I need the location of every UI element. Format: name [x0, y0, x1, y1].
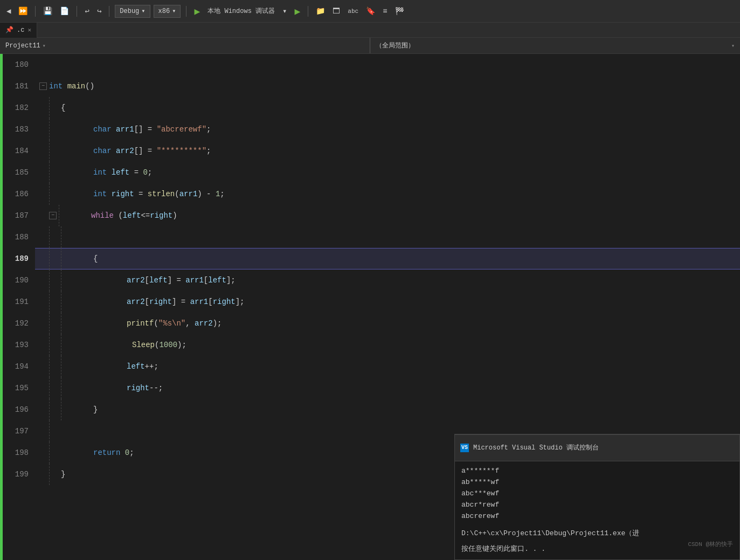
line-num-199: 199	[7, 464, 29, 485]
collapse-187[interactable]: −	[49, 212, 57, 219]
arch-dropdown[interactable]: x86 ▾	[154, 5, 181, 18]
divider-5	[308, 6, 308, 17]
pin-icon: 📌	[5, 26, 13, 34]
code-line-188	[35, 226, 740, 248]
tab-bar: 📌 .c ✕	[0, 23, 740, 38]
line-num-194: 194	[7, 356, 29, 377]
flag-icon[interactable]: 🏁	[393, 5, 406, 17]
collapse-181[interactable]: −	[39, 82, 47, 90]
editor-container: 180 181 182 183 184 185 186 187 188 189 …	[0, 54, 740, 560]
divider-1	[35, 6, 36, 17]
nav-bar: Project11 ▾ （全局范围） ▾	[0, 38, 740, 54]
code-line-180	[35, 54, 740, 75]
file-tab[interactable]: 📌 .c ✕	[0, 23, 37, 38]
code-line-183: char arr1[] = "abcrerewf";	[35, 119, 740, 140]
back-icon[interactable]: ◀	[4, 5, 13, 17]
debug-console-title: VS Microsoft Visual Studio 调试控制台	[455, 435, 739, 461]
debug-output-line-4: abcr*rewf	[461, 500, 733, 511]
save-all-icon[interactable]: 📄	[58, 5, 71, 17]
line-num-185: 185	[7, 162, 29, 183]
tab-close-icon[interactable]: ✕	[27, 26, 31, 33]
line-num-189: 189	[7, 248, 29, 269]
bookmark-icon[interactable]: 🔖	[364, 5, 377, 17]
line-num-184: 184	[7, 140, 29, 162]
line-num-197: 197	[7, 420, 29, 442]
chevron-down-icon: ▾	[172, 7, 176, 15]
line-num-186: 186	[7, 183, 29, 205]
line-numbers: 180 181 182 183 184 185 186 187 188 189 …	[3, 54, 35, 560]
vs-icon: VS	[460, 444, 469, 452]
debug-console-label: Microsoft Visual Studio 调试控制台	[473, 437, 599, 459]
code-line-192: printf("%s\n", arr2);	[35, 313, 740, 334]
line-num-188: 188	[7, 226, 29, 248]
code-line-191: arr2[right] = arr1[right];	[35, 291, 740, 313]
toolbar: ◀ ⏩ 💾 📄 ↩ ↪ Debug ▾ x86 ▾ ▶ 本地 Windows 调…	[0, 0, 740, 23]
code-line-187: − while (left<=right)	[35, 205, 740, 226]
nav-dropdown-icon: ▾	[43, 43, 46, 49]
line-num-193: 193	[7, 334, 29, 356]
code-line-193: Sleep(1000);	[35, 334, 740, 356]
line-num-190: 190	[7, 269, 29, 291]
folder-icon[interactable]: 📁	[314, 5, 327, 17]
line-num-187: 187	[7, 205, 29, 226]
chevron-down-icon: ▾	[141, 7, 145, 15]
code-line-189: {	[35, 248, 740, 269]
spell-icon: abc	[345, 7, 361, 16]
line-num-182: 182	[7, 97, 29, 119]
line-num-191: 191	[7, 291, 29, 313]
debug-output-line-5: abcrerewf	[461, 511, 733, 522]
line-num-180: 180	[7, 54, 29, 75]
play-button[interactable]: ▶	[192, 4, 202, 18]
line-num-192: 192	[7, 313, 29, 334]
undo-icon[interactable]: ↩	[82, 5, 91, 17]
scope-dropdown-icon: ▾	[731, 43, 735, 49]
nav-project[interactable]: Project11 ▾	[0, 38, 370, 53]
divider-2	[77, 6, 77, 17]
code-area[interactable]: − int main() { char arr1[] = "abcrerewf"…	[35, 54, 740, 560]
forward-icon[interactable]: ⏩	[16, 5, 30, 17]
code-line-194: left++;	[35, 356, 740, 377]
code-line-185: int left = 0;	[35, 162, 740, 183]
run-dropdown-icon[interactable]: ▾	[280, 5, 289, 17]
window-icon[interactable]: 🗖	[330, 6, 342, 17]
debug-config-dropdown[interactable]: Debug ▾	[115, 5, 150, 18]
debug-output-line-1: a*******f	[461, 466, 733, 477]
line-num-195: 195	[7, 377, 29, 399]
debug-console: VS Microsoft Visual Studio 调试控制台 a******…	[454, 434, 740, 560]
code-line-196: }	[35, 399, 740, 420]
code-line-190: arr2[left] = arr1[left];	[35, 269, 740, 291]
line-num-181: 181	[7, 75, 29, 97]
line-num-198: 198	[7, 442, 29, 464]
nav-scope[interactable]: （全局范围） ▾	[370, 38, 740, 53]
divider-3	[109, 6, 109, 17]
code-line-181: − int main()	[35, 75, 740, 97]
debug-output-line-2: ab*****wf	[461, 477, 733, 488]
run-without-debug-btn[interactable]: ▶	[293, 4, 303, 18]
code-line-195: right--;	[35, 377, 740, 399]
watermark: CSDN @林的快手	[688, 534, 733, 555]
redo-icon[interactable]: ↪	[95, 5, 103, 17]
debug-output-line-3: abc***ewf	[461, 488, 733, 500]
code-line-182: {	[35, 97, 740, 119]
code-line-186: int right = strlen(arr1) - 1;	[35, 183, 740, 205]
line-num-183: 183	[7, 119, 29, 140]
divider-4	[186, 6, 186, 17]
list-icon[interactable]: ≡	[381, 6, 389, 17]
tab-label: .c	[17, 26, 24, 34]
save-icon[interactable]: 💾	[41, 5, 54, 17]
code-line-184: char arr2[] = "*********";	[35, 140, 740, 162]
run-label: 本地 Windows 调试器	[205, 5, 277, 17]
line-num-196: 196	[7, 399, 29, 420]
